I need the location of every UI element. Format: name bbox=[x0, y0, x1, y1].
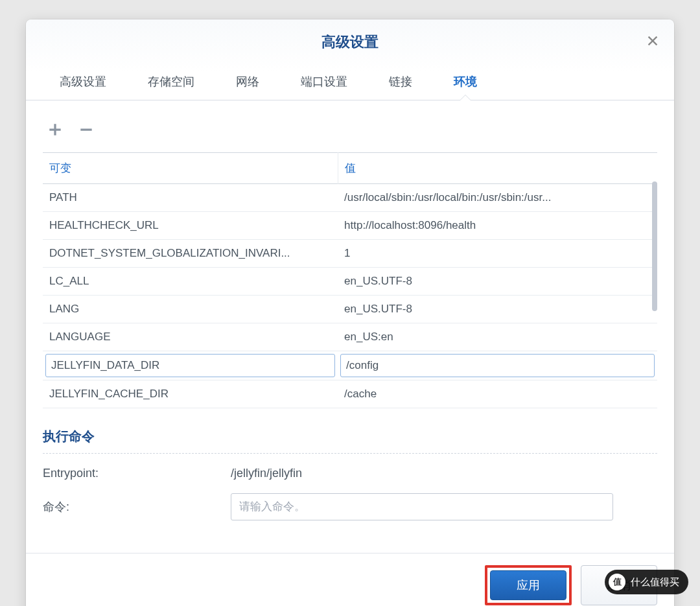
tab-environment[interactable]: 环境 bbox=[433, 64, 498, 100]
col-key-header[interactable]: 可变 bbox=[43, 153, 338, 184]
env-key-cell[interactable]: DOTNET_SYSTEM_GLOBALIZATION_INVARI... bbox=[43, 240, 338, 268]
toolbar bbox=[43, 113, 657, 152]
tab-content: 可变 值 PATH/usr/local/sbin:/usr/local/bin:… bbox=[26, 100, 674, 520]
entrypoint-value: /jellyfin/jellyfin bbox=[231, 467, 302, 480]
env-table-wrapper: 可变 值 PATH/usr/local/sbin:/usr/local/bin:… bbox=[43, 152, 657, 408]
env-table: 可变 值 PATH/usr/local/sbin:/usr/local/bin:… bbox=[43, 152, 657, 408]
entrypoint-label: Entrypoint: bbox=[43, 467, 231, 480]
scrollbar-thumb[interactable] bbox=[652, 181, 657, 311]
dialog-header: 高级设置 bbox=[26, 19, 674, 64]
env-value-cell[interactable]: en_US:en bbox=[338, 323, 657, 351]
env-value-cell[interactable]: /cache bbox=[338, 380, 657, 408]
scrollbar-track bbox=[652, 181, 657, 408]
tab-network[interactable]: 网络 bbox=[215, 64, 280, 100]
env-value-cell[interactable]: 1 bbox=[338, 240, 657, 268]
env-key-input[interactable] bbox=[45, 354, 335, 377]
command-label: 命令: bbox=[43, 499, 231, 515]
apply-highlight: 应用 bbox=[485, 565, 572, 605]
tab-links[interactable]: 链接 bbox=[368, 64, 433, 100]
exec-section-title: 执行命令 bbox=[43, 428, 657, 445]
table-header-row: 可变 值 bbox=[43, 153, 657, 184]
table-row[interactable]: HEALTHCHECK_URLhttp://localhost:8096/hea… bbox=[43, 212, 657, 240]
watermark-text: 什么值得买 bbox=[631, 576, 679, 589]
settings-dialog: 高级设置 高级设置 存储空间 网络 端口设置 链接 环境 bbox=[26, 19, 674, 606]
entrypoint-row: Entrypoint: /jellyfin/jellyfin bbox=[43, 467, 657, 480]
tab-ports[interactable]: 端口设置 bbox=[280, 64, 368, 100]
env-value-cell[interactable]: /usr/local/sbin:/usr/local/bin:/usr/sbin… bbox=[338, 184, 657, 212]
env-value-cell[interactable]: en_US.UTF-8 bbox=[338, 296, 657, 323]
table-row[interactable]: JELLYFIN_CACHE_DIR/cache bbox=[43, 380, 657, 408]
exec-section-header: 执行命令 bbox=[43, 428, 657, 454]
tab-bar: 高级设置 存储空间 网络 端口设置 链接 环境 bbox=[26, 64, 674, 100]
tab-storage[interactable]: 存储空间 bbox=[127, 64, 215, 100]
apply-button[interactable]: 应用 bbox=[490, 570, 566, 600]
env-value-cell[interactable] bbox=[338, 351, 657, 380]
table-row[interactable]: LANGen_US.UTF-8 bbox=[43, 296, 657, 323]
col-value-header[interactable]: 值 bbox=[338, 153, 657, 184]
remove-icon[interactable] bbox=[76, 120, 96, 139]
env-key-cell[interactable]: JELLYFIN_CACHE_DIR bbox=[43, 380, 338, 408]
env-key-cell[interactable]: LC_ALL bbox=[43, 268, 338, 296]
table-row[interactable]: LC_ALLen_US.UTF-8 bbox=[43, 268, 657, 296]
watermark-badge: 值 什么值得买 bbox=[605, 570, 688, 594]
env-value-input[interactable] bbox=[340, 354, 655, 377]
table-row[interactable] bbox=[43, 351, 657, 380]
env-key-cell[interactable]: LANGUAGE bbox=[43, 323, 338, 351]
table-row[interactable]: LANGUAGEen_US:en bbox=[43, 323, 657, 351]
dialog-title: 高级设置 bbox=[26, 32, 674, 52]
watermark-icon: 值 bbox=[609, 574, 625, 590]
env-value-cell[interactable]: http://localhost:8096/health bbox=[338, 212, 657, 240]
env-key-cell[interactable]: LANG bbox=[43, 296, 338, 323]
tab-advanced[interactable]: 高级设置 bbox=[39, 64, 127, 100]
close-icon[interactable] bbox=[646, 34, 660, 48]
table-row[interactable]: PATH/usr/local/sbin:/usr/local/bin:/usr/… bbox=[43, 184, 657, 212]
command-row: 命令: bbox=[43, 493, 657, 520]
env-key-cell[interactable]: HEALTHCHECK_URL bbox=[43, 212, 338, 240]
dialog-footer: 应用 取消 bbox=[26, 553, 674, 606]
env-key-cell[interactable] bbox=[43, 351, 338, 380]
env-key-cell[interactable]: PATH bbox=[43, 184, 338, 212]
command-input[interactable] bbox=[231, 493, 613, 520]
table-row[interactable]: DOTNET_SYSTEM_GLOBALIZATION_INVARI...1 bbox=[43, 240, 657, 268]
env-value-cell[interactable]: en_US.UTF-8 bbox=[338, 268, 657, 296]
add-icon[interactable] bbox=[45, 120, 65, 139]
